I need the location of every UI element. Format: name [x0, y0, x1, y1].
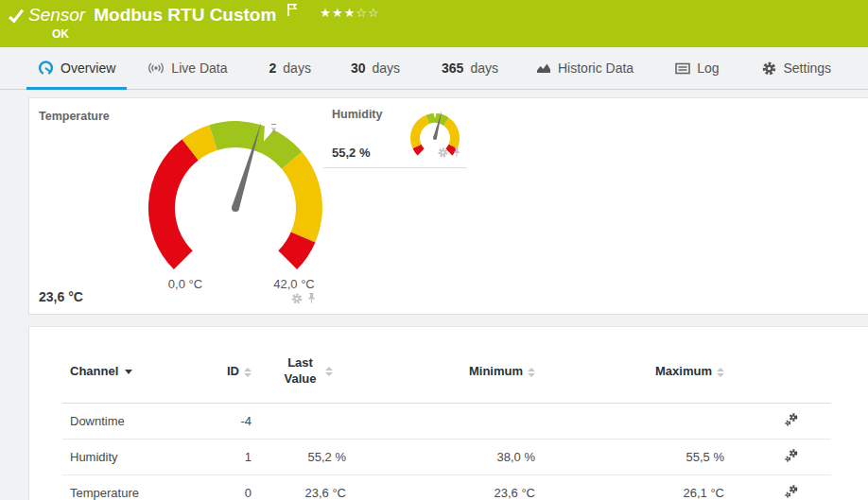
column-header-last-value[interactable]: Last Value — [259, 327, 354, 403]
channel-id: -4 — [214, 403, 259, 439]
area-chart-icon — [536, 61, 551, 75]
tab-label: Live Data — [171, 60, 227, 76]
temperature-gauge — [130, 106, 341, 285]
channel-actions — [732, 403, 831, 439]
gauge-min-label: 0,0 °C — [148, 277, 223, 291]
column-header-id[interactable]: ID — [214, 327, 259, 403]
channel-last-value: 55,2 % — [259, 439, 354, 474]
status-check-icon — [8, 8, 25, 28]
pin-gauge-icon[interactable] — [452, 145, 461, 162]
sort-desc-icon — [125, 370, 132, 374]
pin-gauge-icon[interactable] — [306, 291, 317, 308]
live-signal-icon — [148, 61, 165, 75]
column-header-minimum[interactable]: Minimum — [354, 327, 543, 403]
temperature-gauge-tile[interactable]: Temperature x 0,0 °C 42,0 °C 23,6 °C — [29, 98, 322, 314]
channel-minimum: 38,0 % — [354, 439, 543, 474]
channel-actions — [732, 474, 831, 500]
tab-number: 2 — [269, 60, 277, 76]
column-header-channel[interactable]: Channel — [62, 327, 214, 403]
tab-label: Log — [697, 60, 719, 76]
sensor-status-banner: Sensor Modbus RTU Custom ★★★☆☆ OK — [0, 0, 868, 47]
gauge-title: Temperature — [39, 110, 110, 123]
tab-label: Overview — [61, 60, 115, 76]
channel-id: 0 — [214, 474, 259, 500]
sort-icon — [717, 368, 724, 377]
sensor-status-text: OK — [52, 27, 69, 41]
channel-settings-gears-icon[interactable] — [784, 452, 799, 466]
sort-icon — [244, 368, 252, 377]
log-list-icon — [675, 62, 690, 75]
gear-icon — [762, 61, 776, 76]
sensor-title: Modbus RTU Custom — [94, 5, 276, 26]
gauge-settings-gear-icon[interactable] — [438, 145, 448, 162]
column-header-maximum[interactable]: Maximum — [543, 327, 732, 403]
object-kind-label: Sensor — [28, 5, 85, 26]
channels-table-panel: Channel ID Last Value Minimum Maximum — [28, 326, 868, 500]
channels-table: Channel ID Last Value Minimum Maximum — [62, 327, 831, 500]
column-label: Minimum — [469, 364, 523, 378]
channel-maximum: 55,5 % — [543, 439, 732, 474]
humidity-current-value: 55,2 % — [332, 146, 370, 160]
priority-flag-icon[interactable] — [286, 3, 298, 21]
channel-last-value: 23,6 °C — [259, 474, 354, 500]
humidity-gauge-tile[interactable]: Humidity 55,2 % — [323, 98, 467, 168]
channel-maximum — [543, 403, 732, 439]
table-row: Downtime -4 — [62, 403, 831, 439]
average-marker-label: x — [271, 125, 276, 135]
tab-number: 365 — [442, 60, 463, 76]
tab-number: 30 — [351, 60, 366, 76]
gauge-settings-gear-icon[interactable] — [291, 291, 303, 308]
temperature-current-value: 23,6 °C — [39, 289, 83, 304]
channel-name: Humidity — [62, 439, 214, 474]
tab-settings[interactable]: Settings — [751, 47, 842, 89]
gauges-panel: Temperature x 0,0 °C 42,0 °C 23,6 °C Hum… — [28, 97, 868, 315]
column-label: Maximum — [655, 364, 712, 378]
channel-maximum: 26,1 °C — [543, 474, 732, 500]
table-row: Humidity 1 55,2 % 38,0 % 55,5 % — [62, 439, 831, 474]
tab-historic-data[interactable]: Historic Data — [525, 47, 645, 89]
tab-30-days[interactable]: 30 days — [339, 47, 411, 89]
channel-settings-gears-icon[interactable] — [784, 488, 799, 500]
column-header-actions — [732, 327, 831, 403]
tab-live-data[interactable]: Live Data — [136, 47, 238, 89]
tab-label: days — [372, 60, 400, 76]
tab-label: Historic Data — [558, 60, 634, 76]
sensor-tab-bar: Overview Live Data 2 days 30 days 365 da… — [0, 47, 868, 90]
channel-minimum: 23,6 °C — [354, 474, 543, 500]
channel-last-value — [259, 403, 354, 439]
column-label: Channel — [70, 364, 118, 378]
gauge-title: Humidity — [332, 108, 382, 121]
channel-name: Temperature — [62, 474, 214, 500]
column-label: ID — [227, 364, 239, 378]
tab-label: days — [470, 60, 498, 76]
tab-365-days[interactable]: 365 days — [430, 47, 510, 89]
column-label: Last Value — [281, 355, 321, 388]
channel-name: Downtime — [62, 403, 214, 439]
tab-log[interactable]: Log — [664, 47, 730, 89]
table-header-row: Channel ID Last Value Minimum Maximum — [62, 327, 831, 403]
sensor-overview-page: Sensor Modbus RTU Custom ★★★☆☆ OK Overvi… — [0, 0, 868, 500]
tab-2-days[interactable]: 2 days — [258, 47, 322, 89]
tab-label: Settings — [783, 60, 831, 76]
tab-label: days — [283, 60, 311, 76]
priority-stars[interactable]: ★★★☆☆ — [320, 6, 379, 20]
tab-overview[interactable]: Overview — [26, 47, 127, 89]
table-row: Temperature 0 23,6 °C 23,6 °C 26,1 °C — [62, 474, 831, 500]
gauge-icon — [38, 60, 54, 76]
sort-icon — [325, 367, 333, 376]
channel-settings-gears-icon[interactable] — [784, 416, 799, 430]
channel-actions — [732, 439, 831, 474]
channel-minimum — [354, 403, 543, 439]
sort-icon — [528, 368, 535, 377]
channel-id: 1 — [214, 439, 259, 474]
gauge-max-label: 42,0 °C — [256, 277, 332, 291]
